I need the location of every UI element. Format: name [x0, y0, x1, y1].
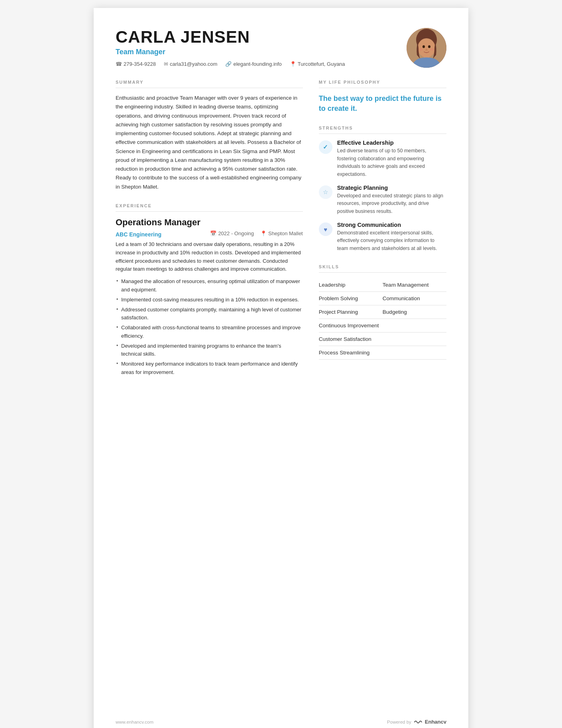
- contact-website: 🔗 elegant-founding.info: [225, 61, 281, 67]
- left-column: SUMMARY Enthusiastic and proactive Team …: [116, 80, 303, 389]
- strength-desc: Led diverse teams of up to 50 members, f…: [337, 147, 446, 178]
- footer-website: www.enhancv.com: [116, 720, 153, 724]
- location-text: Turcottefurt, Guyana: [298, 61, 345, 67]
- strengths-label: STRENGTHS: [319, 126, 446, 130]
- bullet-item: Developed and implemented training progr…: [116, 342, 303, 359]
- job-title: Operations Manager: [116, 217, 303, 228]
- avatar: [407, 28, 446, 68]
- brand-name: Enhancv: [425, 719, 446, 725]
- strength-content: Strategic Planning Developed and execute…: [337, 185, 446, 215]
- svg-point-7: [430, 48, 434, 51]
- summary-section: SUMMARY Enthusiastic and proactive Team …: [116, 80, 303, 191]
- bullet-item: Collaborated with cross-functional teams…: [116, 324, 303, 340]
- star-icon: ☆: [323, 189, 328, 196]
- link-icon: 🔗: [225, 61, 232, 67]
- location-icon: 📍: [290, 61, 296, 67]
- summary-divider: [116, 88, 303, 88]
- checkmark-icon: ✓: [323, 144, 328, 151]
- bullet-item: Implemented cost-saving measures resulti…: [116, 296, 303, 304]
- skills-grid: Leadership Team Management Problem Solvi…: [319, 278, 446, 360]
- philosophy-label: MY LIFE PHILOSOPHY: [319, 80, 446, 85]
- strength-leadership: ✓ Effective Leadership Led diverse teams…: [319, 140, 446, 178]
- email-icon: ✉: [164, 61, 168, 67]
- svg-point-6: [419, 48, 423, 51]
- svg-point-3: [418, 38, 435, 57]
- skill-communication: Communication: [383, 292, 446, 305]
- philosophy-section: MY LIFE PHILOSOPHY The best way to predi…: [319, 80, 446, 114]
- job-location-text: Shepton Mallet: [268, 230, 303, 236]
- strength-planning: ☆ Strategic Planning Developed and execu…: [319, 185, 446, 215]
- skills-label: SKILLS: [319, 264, 446, 269]
- heart-icon-wrap: ♥: [319, 222, 332, 236]
- contact-phone: ☎ 279-354-9228: [116, 61, 156, 67]
- strength-content: Effective Leadership Led diverse teams o…: [337, 140, 446, 178]
- job-meta: 📅 2022 - Ongoing 📍 Shepton Mallet: [210, 230, 303, 236]
- company-name: ABC Engineering: [116, 231, 161, 238]
- powered-by-text: Powered by: [387, 720, 411, 724]
- candidate-title: Team Manager: [116, 48, 345, 56]
- email-text: carla31@yahoo.com: [170, 61, 217, 67]
- job-date-text: 2022 - Ongoing: [218, 230, 254, 236]
- skills-section: SKILLS Leadership Team Management Proble…: [319, 264, 446, 360]
- skill-leadership: Leadership: [319, 278, 383, 292]
- contact-email: ✉ carla31@yahoo.com: [164, 61, 217, 67]
- philosophy-divider: [319, 88, 446, 88]
- phone-text: 279-354-9228: [124, 61, 156, 67]
- experience-divider: [116, 211, 303, 212]
- strengths-section: STRENGTHS ✓ Effective Leadership Led div…: [319, 126, 446, 252]
- bullet-item: Monitored key performance indicators to …: [116, 360, 303, 377]
- experience-label: EXPERIENCE: [116, 203, 303, 208]
- skill-project-planning: Project Planning: [319, 305, 383, 319]
- strength-title: Strong Communication: [337, 222, 446, 228]
- right-column: MY LIFE PHILOSOPHY The best way to predi…: [319, 80, 446, 389]
- enhancv-logo-icon: [414, 719, 422, 725]
- bullet-item: Addressed customer complaints promptly, …: [116, 306, 303, 323]
- skill-continuous-improvement: Continuous Improvement: [319, 319, 446, 333]
- skill-process-streamlining: Process Streamlining: [319, 346, 446, 360]
- strengths-divider: [319, 134, 446, 134]
- skills-divider: [319, 272, 446, 273]
- job-item: Operations Manager ABC Engineering 📅 202…: [116, 217, 303, 377]
- skill-customer-satisfaction: Customer Satisfaction: [319, 333, 446, 346]
- summary-label: SUMMARY: [116, 80, 303, 85]
- job-date: 📅 2022 - Ongoing: [210, 230, 254, 236]
- strength-desc: Demonstrated excellent interpersonal ski…: [337, 229, 446, 252]
- resume-page: CARLA JENSEN Team Manager ☎ 279-354-9228…: [94, 8, 468, 728]
- strength-title: Strategic Planning: [337, 185, 446, 191]
- svg-point-4: [422, 45, 425, 48]
- phone-icon: ☎: [116, 61, 122, 67]
- strength-desc: Developed and executed strategic plans t…: [337, 192, 446, 215]
- header-left: CARLA JENSEN Team Manager ☎ 279-354-9228…: [116, 28, 345, 67]
- job-location: 📍 Shepton Mallet: [260, 230, 303, 236]
- job-description: Led a team of 30 technicians and oversaw…: [116, 240, 303, 273]
- summary-text: Enthusiastic and proactive Team Manager …: [116, 94, 303, 191]
- website-text: elegant-founding.info: [233, 61, 281, 67]
- philosophy-quote: The best way to predict the future is to…: [319, 94, 446, 114]
- svg-point-5: [428, 45, 430, 48]
- candidate-name: CARLA JENSEN: [116, 28, 345, 46]
- skill-team-management: Team Management: [383, 278, 446, 292]
- check-icon-wrap: ✓: [319, 140, 332, 154]
- header: CARLA JENSEN Team Manager ☎ 279-354-9228…: [116, 28, 446, 68]
- bullet-item: Managed the allocation of resources, ens…: [116, 277, 303, 294]
- skill-budgeting: Budgeting: [383, 305, 446, 319]
- strength-communication: ♥ Strong Communication Demonstrated exce…: [319, 222, 446, 252]
- skill-problem-solving: Problem Solving: [319, 292, 383, 305]
- experience-section: EXPERIENCE Operations Manager ABC Engine…: [116, 203, 303, 377]
- strength-content: Strong Communication Demonstrated excell…: [337, 222, 446, 252]
- footer-brand: Powered by Enhancv: [387, 719, 446, 725]
- footer: www.enhancv.com Powered by Enhancv: [116, 719, 446, 725]
- contact-location: 📍 Turcottefurt, Guyana: [290, 61, 345, 67]
- strength-title: Effective Leadership: [337, 140, 446, 146]
- heart-icon: ♥: [324, 226, 327, 233]
- job-bullets-list: Managed the allocation of resources, ens…: [116, 277, 303, 377]
- star-icon-wrap: ☆: [319, 185, 332, 199]
- main-layout: SUMMARY Enthusiastic and proactive Team …: [116, 80, 446, 389]
- location-pin-icon: 📍: [260, 230, 267, 236]
- calendar-icon: 📅: [210, 230, 216, 236]
- contact-row: ☎ 279-354-9228 ✉ carla31@yahoo.com 🔗 ele…: [116, 61, 345, 67]
